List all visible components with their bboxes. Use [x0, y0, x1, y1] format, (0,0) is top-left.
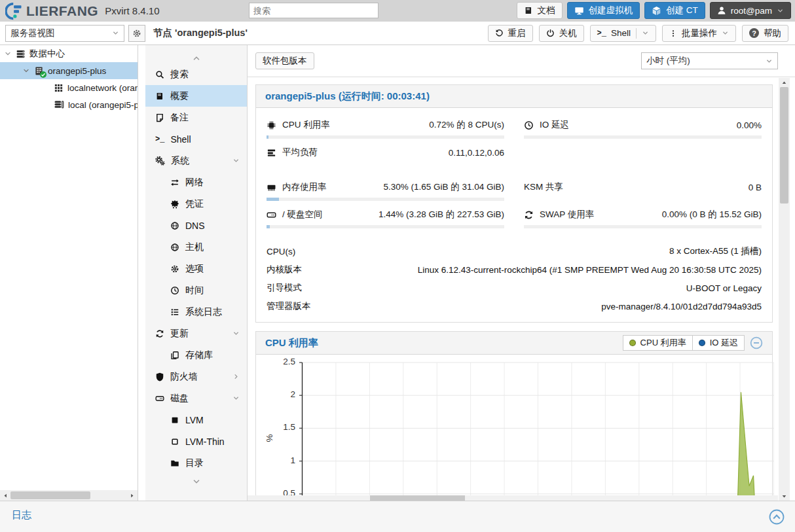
globe-icon [170, 243, 179, 252]
documentation-button[interactable]: 文档 [517, 2, 563, 19]
scroll-left-icon[interactable] [0, 490, 10, 501]
menu-item-certificates[interactable]: 凭证 [145, 193, 247, 215]
menu-scroll-down-icon[interactable] [145, 476, 247, 487]
view-mode-select[interactable]: 服务器视图 [5, 25, 124, 42]
expander-icon[interactable] [4, 50, 12, 58]
secondary-bar: 服务器视图 节点 'orangepi5-plus' 重启 关机 >_ [0, 22, 795, 45]
folder-icon [170, 459, 179, 468]
menu-item-time[interactable]: 时间 [145, 279, 247, 301]
io-delay-row: IO 延迟 0.00% [524, 117, 762, 133]
menu-item-notes[interactable]: 备注 [145, 107, 247, 128]
tree-item-node-orangepi5-plus[interactable]: orangepi5-plus [0, 62, 138, 79]
menu-group-updates[interactable]: 更新 [145, 323, 247, 344]
menu-item-search[interactable]: 搜索 [145, 63, 247, 85]
menu-item-summary[interactable]: 概要 [145, 85, 247, 107]
vertical-dots-icon [669, 29, 677, 37]
scroll-down-icon[interactable] [779, 491, 790, 501]
create-ct-button[interactable]: 创建 CT [644, 2, 705, 19]
io-series-dot-icon [699, 340, 705, 346]
stat-value: 0 B [749, 183, 762, 192]
node-info-table: CPU(s) 8 x Cortex-A55 (1 插槽) 内核版本 Linux … [267, 242, 762, 315]
menu-item-syslog[interactable]: 系统日志 [145, 301, 247, 323]
legend-toggle-io[interactable]: IO 延迟 [692, 335, 745, 351]
tree-horizontal-scrollbar[interactable] [0, 490, 138, 501]
swap-refresh-icon [524, 210, 534, 220]
panel-splitter[interactable] [138, 45, 145, 501]
menu-item-repositories[interactable]: 存储库 [145, 344, 247, 366]
refresh-icon [155, 329, 164, 338]
chevron-down-icon[interactable] [232, 157, 240, 164]
brand-logo-icon [5, 2, 24, 20]
scrollbar-thumb[interactable] [370, 495, 465, 501]
chevron-down-icon[interactable] [232, 395, 240, 402]
hdd-icon [267, 210, 276, 220]
summary-scroll-viewport: orangepi5-plus (运行时间: 00:03:41) CPU 利用率 … [248, 78, 778, 501]
swap-usage-bar [524, 225, 762, 228]
log-bar[interactable]: 日志 [0, 501, 795, 532]
chevron-down-icon[interactable] [232, 330, 240, 337]
memory-usage-bar [267, 198, 504, 201]
stat-label: / 硬盘空间 [282, 209, 323, 221]
chevron-down-icon[interactable] [642, 29, 649, 37]
y-tick-label: 2.5 [273, 357, 295, 366]
restart-button[interactable]: 重启 [488, 25, 533, 42]
menu-item-shell[interactable]: >_ Shell [145, 128, 247, 150]
menu-item-dns[interactable]: DNS [145, 215, 247, 236]
shell-button[interactable]: >_ Shell [590, 25, 656, 42]
collapse-chart-icon[interactable] [750, 336, 763, 349]
menu-item-options[interactable]: 选项 [145, 258, 247, 279]
stat-label: SWAP 使用率 [540, 209, 594, 221]
expand-log-icon[interactable] [769, 509, 785, 527]
storage-icon [54, 99, 64, 110]
info-value: U-BOOT or Legacy [686, 283, 762, 293]
node-menu: 搜索 概要 备注 >_ Shell 系统 网络 [145, 45, 248, 501]
gear-icon [132, 29, 141, 38]
square-icon [170, 416, 179, 425]
view-selector-area: 服务器视图 [0, 22, 145, 44]
package-versions-button[interactable]: 软件包版本 [255, 52, 314, 69]
tree-item-localnetwork[interactable]: localnetwork (orang [0, 79, 138, 96]
gears-icon [155, 156, 165, 166]
menu-item-label: 系统日志 [185, 306, 222, 318]
info-row-cpus: CPU(s) 8 x Cortex-A55 (1 插槽) [267, 242, 762, 260]
help-button[interactable]: ? 帮助 [742, 25, 788, 42]
tree-item-datacenter[interactable]: 数据中心 [0, 45, 138, 62]
clock-icon [170, 286, 179, 295]
chart-title: CPU 利用率 [265, 337, 318, 349]
legend-label: CPU 利用率 [640, 337, 686, 349]
create-vm-button[interactable]: 创建虚拟机 [567, 2, 640, 19]
chevron-right-icon[interactable] [232, 373, 240, 380]
view-settings-button[interactable] [128, 25, 145, 42]
global-search-input[interactable] [249, 3, 379, 18]
menu-item-network[interactable]: 网络 [145, 171, 247, 193]
content-vertical-scrollbar[interactable] [779, 78, 790, 501]
menu-item-lvm-thin[interactable]: LVM-Thin [145, 431, 247, 452]
scrollbar-thumb[interactable] [10, 491, 90, 499]
app-window: LIERFANG Pxvirt 8.4.10 文档 创建虚拟机 创建 CT ro… [0, 0, 795, 532]
menu-group-firewall[interactable]: 防火墙 [145, 366, 247, 387]
tree-item-local-storage[interactable]: local (orangepi5-p [0, 96, 138, 113]
stat-value: 1.44% (3.28 GiB 的 227.53 GiB) [379, 209, 504, 221]
log-label: 日志 [12, 509, 31, 522]
expander-icon[interactable] [22, 67, 30, 75]
stat-label: KSM 共享 [524, 181, 563, 193]
time-range-select[interactable]: 小时 (平均) [641, 52, 778, 69]
menu-group-system[interactable]: 系统 [145, 150, 247, 171]
menu-group-disks[interactable]: 磁盘 [145, 387, 247, 409]
content-horizontal-scrollbar[interactable] [248, 495, 778, 501]
bulk-actions-button[interactable]: 批量操作 [662, 25, 736, 42]
menu-scroll-up-icon[interactable] [145, 53, 247, 63]
scroll-up-icon[interactable] [779, 78, 790, 87]
cpu-series-dot-icon [629, 340, 636, 346]
time-range-label: 小时 (平均) [646, 55, 690, 67]
scroll-right-icon[interactable] [126, 490, 137, 501]
menu-item-directory[interactable]: 目录 [145, 452, 247, 474]
cpu-chart-plot[interactable] [299, 359, 775, 501]
menu-item-hosts[interactable]: 主机 [145, 236, 247, 258]
scrollbar-thumb[interactable] [780, 87, 788, 204]
shutdown-label: 关机 [559, 27, 577, 39]
user-menu-button[interactable]: root@pam [710, 2, 791, 19]
legend-toggle-cpu[interactable]: CPU 利用率 [623, 335, 693, 351]
menu-item-lvm[interactable]: LVM [145, 409, 247, 431]
shutdown-button[interactable]: 关机 [539, 25, 584, 42]
